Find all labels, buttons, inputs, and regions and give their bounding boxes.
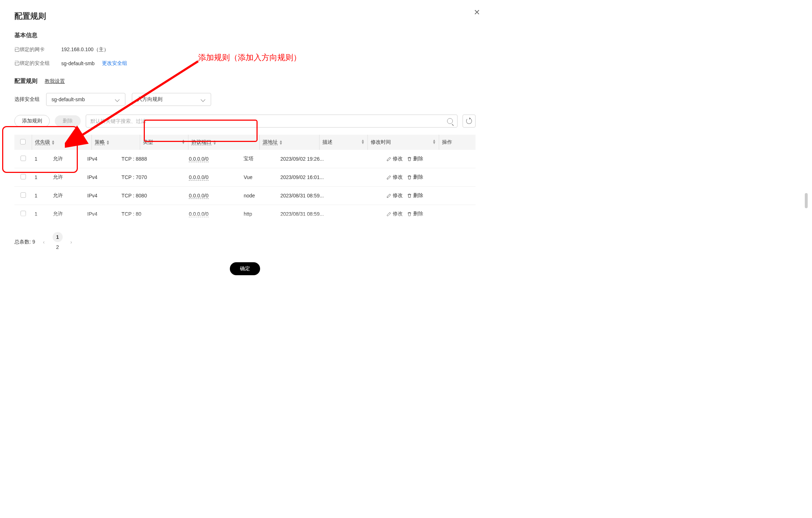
prev-page-button[interactable]: ‹ [39,237,49,247]
edit-rule-link[interactable]: 修改 [387,174,403,180]
table-row: 1允许IPv4TCP : 80800.0.0.0/0node2023/08/31… [14,187,476,205]
modal-title: 配置规则 [14,11,476,22]
next-page-button[interactable]: › [66,237,76,247]
cell-policy: 允许 [50,205,84,223]
config-section-title: 配置规则 [14,77,37,85]
cell-type: IPv4 [84,150,119,168]
row-checkbox[interactable] [21,174,26,179]
cell-source: 0.0.0.0/0 [186,150,241,168]
add-rule-button[interactable]: 添加规则 [14,115,50,127]
select-sg-label: 选择安全组 [14,96,40,103]
select-all-checkbox[interactable] [20,139,26,144]
cell-protocol-port: TCP : 8080 [119,187,186,205]
row-checkbox[interactable] [21,211,26,216]
cell-policy: 允许 [50,168,84,187]
direction-select-value: 入方向规则 [137,96,162,103]
sort-icon: ▲▼ [432,139,436,144]
cell-priority: 1 [32,168,50,187]
table-row: 1允许IPv4TCP : 70700.0.0.0/0Vue2023/09/02 … [14,168,476,187]
col-type[interactable]: 类型▲▼ [140,135,188,150]
row-checkbox[interactable] [21,156,26,161]
cell-modified: 2023/09/02 16:01... [277,168,384,187]
table-row: 1允许IPv4TCP : 800.0.0.0/0http2023/08/31 0… [14,205,476,223]
bound-sg-label: 已绑定的安全组 [14,60,61,67]
close-button[interactable]: × [474,7,480,17]
delete-rule-link[interactable]: 删除 [407,174,423,180]
search-input[interactable] [90,118,447,124]
cell-protocol-port: TCP : 7070 [119,168,186,187]
col-modified[interactable]: 修改时间▲▼ [368,135,439,150]
col-protocol-port[interactable]: 协议端口▲▼ [188,135,259,150]
cell-priority: 1 [32,205,50,223]
sort-icon: ▲▼ [361,139,365,144]
refresh-button[interactable] [463,115,476,128]
bound-nic-label: 已绑定的网卡 [14,46,61,53]
chevron-down-icon [201,98,206,101]
col-description[interactable]: 描述▲▼ [319,135,367,150]
sort-icon: ▲▼ [213,140,217,145]
security-group-select[interactable]: sg-default-smb [46,93,125,106]
cell-type: IPv4 [84,205,119,223]
cell-policy: 允许 [50,150,84,168]
delete-rule-link[interactable]: 删除 [407,211,423,217]
page-button-1[interactable]: 1 [53,232,63,242]
col-priority[interactable]: 优先级▲▼ [32,135,92,150]
edit-rule-link[interactable]: 修改 [387,211,403,217]
annotation-text: 添加规则（添加入方向规则） [198,52,301,63]
change-sg-link[interactable]: 更改安全组 [102,60,127,67]
cell-source: 0.0.0.0/0 [186,168,241,187]
cell-description: Vue [241,168,277,187]
cell-modified: 2023/09/02 19:26... [277,150,384,168]
cell-description: http [241,205,277,223]
cell-protocol-port: TCP : 8888 [119,150,186,168]
cell-modified: 2023/08/31 08:59... [277,205,384,223]
cell-description: 宝塔 [241,150,277,168]
bound-nic-value: 192.168.0.100（主） [61,46,109,53]
scrollbar[interactable] [805,193,808,208]
refresh-icon [466,118,472,124]
cell-type: IPv4 [84,187,119,205]
col-policy[interactable]: 策略▲▼ [92,135,140,150]
delete-rule-link[interactable]: 删除 [407,156,423,162]
cell-priority: 1 [32,150,50,168]
sort-icon: ▲▼ [279,140,283,145]
total-count: 总条数: 9 [14,239,35,245]
edit-rule-link[interactable]: 修改 [387,192,403,199]
delete-rule-link[interactable]: 删除 [407,192,423,199]
direction-select[interactable]: 入方向规则 [132,93,211,106]
cell-protocol-port: TCP : 80 [119,205,186,223]
rules-table: 优先级▲▼ 策略▲▼ 类型▲▼ 协议端口▲▼ 源地址▲▼ 描述▲▼ 修改时间▲▼… [14,135,476,150]
sort-icon: ▲▼ [106,140,110,145]
table-row: 1允许IPv4TCP : 88880.0.0.0/0宝塔2023/09/02 1… [14,150,476,168]
cell-modified: 2023/08/31 08:59... [277,187,384,205]
help-link[interactable]: 教我设置 [45,78,65,85]
chevron-down-icon [115,98,120,101]
bound-sg-value: sg-default-smb [61,61,95,66]
cell-source: 0.0.0.0/0 [186,205,241,223]
confirm-button[interactable]: 确定 [230,262,260,275]
delete-button: 删除 [55,115,81,127]
cell-policy: 允许 [50,187,84,205]
search-box[interactable] [86,115,458,128]
col-operation: 操作 [439,135,476,150]
sort-icon: ▲▼ [52,140,55,145]
row-checkbox[interactable] [21,192,26,198]
search-icon[interactable] [447,118,453,124]
col-source[interactable]: 源地址▲▼ [259,135,319,150]
security-group-select-value: sg-default-smb [52,97,85,102]
pagination: 总条数: 9 ‹ 12 › [14,232,476,252]
cell-type: IPv4 [84,168,119,187]
cell-description: node [241,187,277,205]
basic-info-title: 基本信息 [14,32,476,39]
page-button-2[interactable]: 2 [53,242,63,252]
edit-rule-link[interactable]: 修改 [387,156,403,162]
sort-icon: ▲▼ [182,139,185,144]
cell-source: 0.0.0.0/0 [186,187,241,205]
cell-priority: 1 [32,187,50,205]
config-rule-modal: × 配置规则 基本信息 已绑定的网卡 192.168.0.100（主） 已绑定的… [0,0,490,282]
